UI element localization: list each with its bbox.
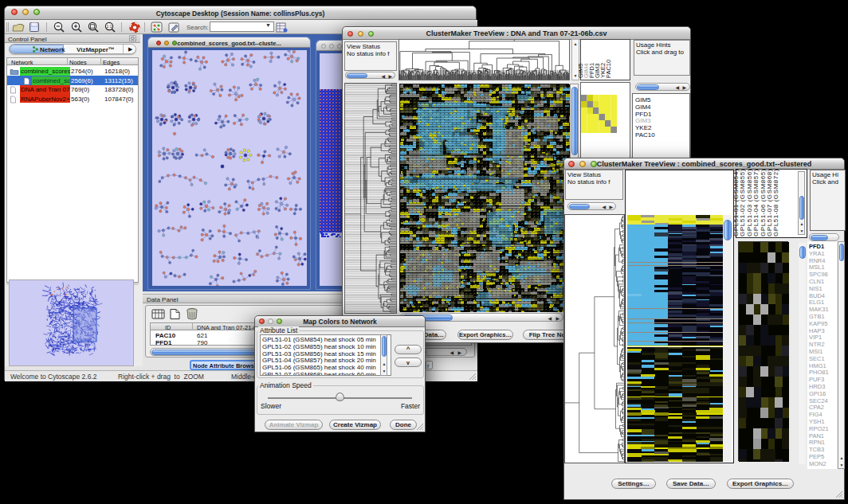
svg-text:1:1: 1:1 (107, 24, 112, 29)
